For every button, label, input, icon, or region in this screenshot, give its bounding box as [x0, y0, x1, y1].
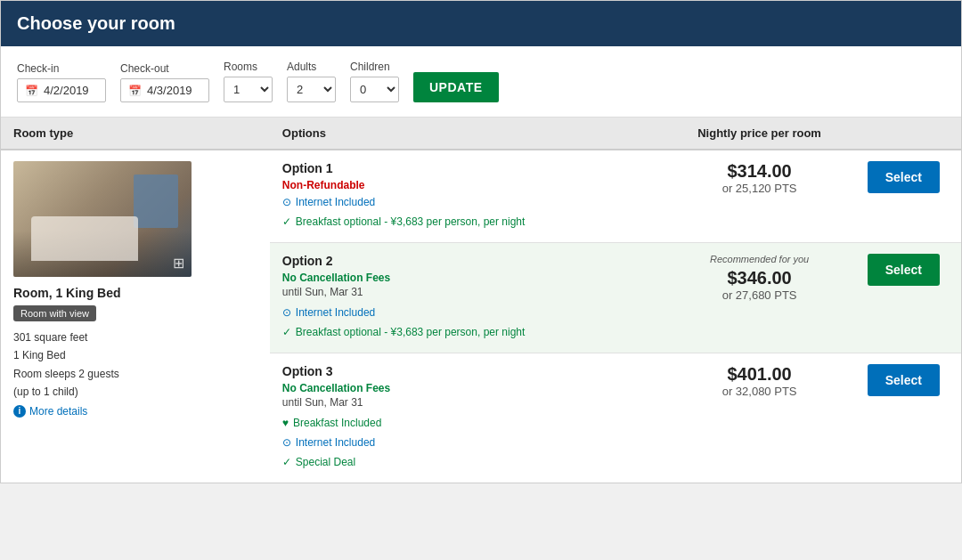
- page-title: Choose your room: [17, 13, 175, 33]
- calendar-icon: 📅: [25, 85, 38, 97]
- children-select[interactable]: 0 1 2: [350, 77, 399, 102]
- option-details-cell: Option 3 No Cancellation Fees until Sun,…: [270, 353, 673, 483]
- room-sqft: 301 square feet: [13, 329, 257, 346]
- select-button[interactable]: Select: [868, 364, 940, 396]
- price-pts: or 27,680 PTS: [686, 288, 834, 302]
- option-row: Room, 1 King Bed Room with view 301 squa…: [1, 150, 961, 243]
- adults-group: Adults 1 2 3 4: [287, 61, 336, 102]
- price-main: $401.00: [686, 364, 834, 385]
- price-pts: or 32,080 PTS: [686, 385, 834, 398]
- select-button[interactable]: Select: [868, 161, 940, 193]
- option-feature: ♥ Breakfast Included: [282, 414, 661, 434]
- price-main: $314.00: [686, 161, 834, 182]
- room-table: Room type Options Nightly price per room…: [1, 118, 961, 483]
- room-bed: 1 King Bed: [13, 346, 257, 364]
- price-cell: $314.00 or 25,120 PTS: [673, 150, 846, 243]
- checkin-label: Check-in: [17, 62, 106, 75]
- option-badge: No Cancellation Fees: [282, 272, 661, 284]
- option-title: Option 2: [282, 254, 661, 268]
- checkin-value: 4/2/2019: [44, 84, 89, 97]
- price-cell: $401.00 or 32,080 PTS: [673, 353, 846, 483]
- option-feature: ⊙ Internet Included: [282, 304, 661, 323]
- option-details-cell: Option 1 Non-Refundable ⊙ Internet Inclu…: [270, 150, 673, 243]
- check-icon: ✓: [282, 323, 291, 343]
- bed-shape: [31, 216, 138, 261]
- table-header-row: Room type Options Nightly price per room: [1, 118, 961, 150]
- info-icon: i: [13, 405, 26, 418]
- page-header: Choose your room: [1, 1, 961, 46]
- wifi-icon: ⊙: [282, 434, 291, 453]
- col-room-header: Room type: [1, 118, 270, 150]
- wifi-icon: ⊙: [282, 304, 291, 323]
- price-pts: or 25,120 PTS: [686, 182, 834, 195]
- col-price-header: Nightly price per room: [673, 118, 846, 150]
- children-label: Children: [350, 61, 399, 73]
- room-info-cell: Room, 1 King Bed Room with view 301 squa…: [1, 150, 270, 483]
- search-bar: Check-in 📅 4/2/2019 Check-out 📅 4/3/2019…: [1, 46, 961, 118]
- select-button[interactable]: Select: [868, 254, 940, 286]
- checkout-input[interactable]: 📅 4/3/2019: [120, 78, 209, 102]
- option-feature: ✓ Breakfast optional - ¥3,683 per person…: [282, 323, 661, 343]
- rooms-label: Rooms: [224, 61, 273, 73]
- option-sub: until Sun, Mar 31: [282, 286, 661, 298]
- option-title: Option 1: [282, 161, 661, 175]
- option-details-cell: Option 2 No Cancellation Fees until Sun,…: [270, 243, 673, 353]
- option-feature: ✓ Special Deal: [282, 453, 661, 473]
- checkout-value: 4/3/2019: [147, 84, 192, 97]
- recommended-label: Recommended for you: [686, 254, 834, 264]
- room-image: [13, 161, 192, 277]
- select-cell: Select: [846, 243, 961, 353]
- rooms-select[interactable]: 1 2 3: [224, 77, 273, 102]
- select-cell: Select: [846, 353, 961, 483]
- page-wrapper: Choose your room Check-in 📅 4/2/2019 Che…: [0, 0, 962, 483]
- checkin-group: Check-in 📅 4/2/2019: [17, 62, 106, 102]
- option-feature: ✓ Breakfast optional - ¥3,683 per person…: [282, 213, 661, 232]
- option-title: Option 3: [282, 364, 661, 378]
- room-sleeps: Room sleeps 2 guests: [13, 365, 257, 383]
- col-select-header: [846, 118, 961, 150]
- more-details-link[interactable]: i More details: [13, 405, 257, 418]
- option-badge: Non-Refundable: [282, 179, 661, 191]
- children-group: Children 0 1 2: [350, 61, 399, 102]
- wifi-icon: ⊙: [282, 193, 291, 213]
- room-title: Room, 1 King Bed: [13, 286, 257, 300]
- price-main: $346.00: [686, 268, 834, 288]
- checkin-input[interactable]: 📅 4/2/2019: [17, 78, 106, 102]
- col-options-header: Options: [270, 118, 673, 150]
- adults-label: Adults: [287, 61, 336, 73]
- meal-icon: ♥: [282, 414, 289, 434]
- checkout-label: Check-out: [120, 62, 209, 75]
- price-cell: Recommended for you $346.00 or 27,680 PT…: [673, 243, 846, 353]
- adults-select[interactable]: 1 2 3 4: [287, 77, 336, 102]
- check-icon: ✓: [282, 213, 291, 232]
- update-button[interactable]: UPDATE: [413, 72, 499, 102]
- room-sleeps-sub: (up to 1 child): [13, 383, 257, 401]
- option-feature: ⊙ Internet Included: [282, 193, 661, 213]
- option-sub: until Sun, Mar 31: [282, 396, 661, 409]
- check-icon: ✓: [282, 453, 291, 473]
- option-feature: ⊙ Internet Included: [282, 434, 661, 453]
- calendar-icon-2: 📅: [128, 85, 142, 97]
- select-cell: Select: [846, 150, 961, 243]
- room-tag: Room with view: [13, 305, 96, 321]
- option-badge: No Cancellation Fees: [282, 382, 661, 394]
- window-shape: [134, 174, 178, 228]
- rooms-group: Rooms 1 2 3: [224, 61, 273, 102]
- checkout-group: Check-out 📅 4/3/2019: [120, 62, 209, 102]
